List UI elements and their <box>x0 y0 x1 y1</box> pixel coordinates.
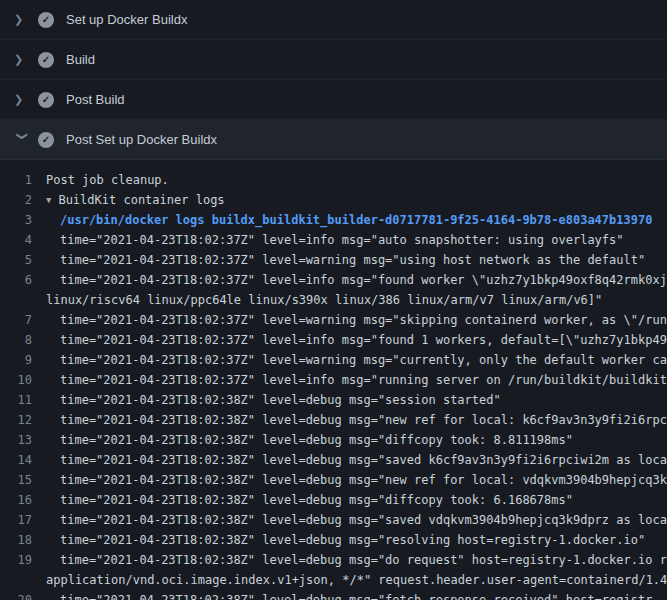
log-line: 18 time="2021-04-23T18:02:38Z" level=deb… <box>0 530 667 550</box>
chevron-icon: ❯ <box>14 94 32 105</box>
log-line-text: time="2021-04-23T18:02:37Z" level=warnin… <box>46 350 667 370</box>
check-circle-icon: ✓ <box>38 92 54 108</box>
log-line: 11 time="2021-04-23T18:02:38Z" level=deb… <box>0 390 667 410</box>
log-line-number[interactable]: 2 <box>0 190 46 210</box>
group-toggle-icon[interactable]: ▼ <box>46 190 51 210</box>
log-line-number[interactable] <box>0 290 46 310</box>
log-line-text: time="2021-04-23T18:02:38Z" level=debug … <box>46 450 667 470</box>
log-line-number[interactable]: 7 <box>0 310 46 330</box>
log-line-number[interactable]: 18 <box>0 530 46 550</box>
step-label: Set up Docker Buildx <box>66 12 187 27</box>
log-line: 6 time="2021-04-23T18:02:37Z" level=info… <box>0 270 667 290</box>
log-line: 7 time="2021-04-23T18:02:37Z" level=warn… <box>0 310 667 330</box>
log-line-text: time="2021-04-23T18:02:38Z" level=debug … <box>46 590 667 600</box>
log-line-number[interactable]: 4 <box>0 230 46 250</box>
log-line-number[interactable]: 16 <box>0 490 46 510</box>
log-line-text: time="2021-04-23T18:02:37Z" level=info m… <box>46 370 667 390</box>
log-line: 16 time="2021-04-23T18:02:38Z" level=deb… <box>0 490 667 510</box>
log-line: 12 time="2021-04-23T18:02:38Z" level=deb… <box>0 410 667 430</box>
log-line-text: time="2021-04-23T18:02:38Z" level=debug … <box>46 470 667 490</box>
step-header-0[interactable]: ❯ ✓ Set up Docker Buildx <box>0 0 667 40</box>
log-line-text: time="2021-04-23T18:02:37Z" level=info m… <box>46 270 667 290</box>
step-header-1[interactable]: ❯ ✓ Build <box>0 40 667 80</box>
log-line-number[interactable]: 9 <box>0 350 46 370</box>
log-line: application/vnd.oci.image.index.v1+json,… <box>0 570 667 590</box>
log-line: 3 /usr/bin/docker logs buildx_buildkit_b… <box>0 210 667 230</box>
log-area: 1 Post job cleanup. 2 ▼BuildKit containe… <box>0 160 667 600</box>
log-line-text: time="2021-04-23T18:02:38Z" level=debug … <box>46 410 667 430</box>
log-line: linux/riscv64 linux/ppc64le linux/s390x … <box>0 290 667 310</box>
log-line-number[interactable]: 8 <box>0 330 46 350</box>
step-label: Build <box>66 52 95 67</box>
log-line-text: time="2021-04-23T18:02:37Z" level=info m… <box>46 330 667 350</box>
log-line-number[interactable]: 5 <box>0 250 46 270</box>
log-line-text: ▼BuildKit container logs <box>46 190 667 210</box>
log-line: 1 Post job cleanup. <box>0 170 667 190</box>
step-list: ❯ ✓ Set up Docker Buildx ❯ ✓ Build ❯ ✓ P… <box>0 0 667 160</box>
log-line-text: time="2021-04-23T18:02:38Z" level=debug … <box>46 490 667 510</box>
log-line-number[interactable]: 13 <box>0 430 46 450</box>
log-line: 14 time="2021-04-23T18:02:38Z" level=deb… <box>0 450 667 470</box>
step-label: Post Set up Docker Buildx <box>66 132 217 147</box>
log-line-number[interactable]: 17 <box>0 510 46 530</box>
chevron-icon: ❯ <box>14 54 32 65</box>
log-line-text: /usr/bin/docker logs buildx_buildkit_bui… <box>46 210 667 230</box>
log-line-text: time="2021-04-23T18:02:38Z" level=debug … <box>46 430 667 450</box>
log-line: 4 time="2021-04-23T18:02:37Z" level=info… <box>0 230 667 250</box>
log-line: 19 time="2021-04-23T18:02:38Z" level=deb… <box>0 550 667 570</box>
log-line: 20 time="2021-04-23T18:02:38Z" level=deb… <box>0 590 667 600</box>
step-label: Post Build <box>66 92 125 107</box>
chevron-icon: ❯ <box>17 131 28 149</box>
log-line-number[interactable]: 1 <box>0 170 46 190</box>
log-line-text: time="2021-04-23T18:02:37Z" level=info m… <box>46 230 667 250</box>
log-line: 13 time="2021-04-23T18:02:38Z" level=deb… <box>0 430 667 450</box>
log-line-text: time="2021-04-23T18:02:38Z" level=debug … <box>46 510 667 530</box>
log-line-text: time="2021-04-23T18:02:38Z" level=debug … <box>46 530 667 550</box>
log-line-number[interactable] <box>0 570 46 590</box>
log-line-text: time="2021-04-23T18:02:37Z" level=warnin… <box>46 250 667 270</box>
log-line-number[interactable]: 10 <box>0 370 46 390</box>
log-line-text: time="2021-04-23T18:02:38Z" level=debug … <box>46 550 667 570</box>
log-line-text: Post job cleanup. <box>46 170 667 190</box>
log-line: 15 time="2021-04-23T18:02:38Z" level=deb… <box>0 470 667 490</box>
log-line: 10 time="2021-04-23T18:02:37Z" level=inf… <box>0 370 667 390</box>
log-line: 5 time="2021-04-23T18:02:37Z" level=warn… <box>0 250 667 270</box>
log-line-number[interactable]: 15 <box>0 470 46 490</box>
log-line-number[interactable]: 20 <box>0 590 46 600</box>
log-line-number[interactable]: 11 <box>0 390 46 410</box>
log-line: 17 time="2021-04-23T18:02:38Z" level=deb… <box>0 510 667 530</box>
log-line: 9 time="2021-04-23T18:02:37Z" level=warn… <box>0 350 667 370</box>
check-circle-icon: ✓ <box>38 132 54 148</box>
log-line: 2 ▼BuildKit container logs <box>0 190 667 210</box>
log-line: 8 time="2021-04-23T18:02:37Z" level=info… <box>0 330 667 350</box>
step-header-2[interactable]: ❯ ✓ Post Build <box>0 80 667 120</box>
log-line-text: linux/riscv64 linux/ppc64le linux/s390x … <box>46 290 667 310</box>
chevron-icon: ❯ <box>14 14 32 25</box>
log-line-number[interactable]: 12 <box>0 410 46 430</box>
log-line-number[interactable]: 14 <box>0 450 46 470</box>
log-line-number[interactable]: 6 <box>0 270 46 290</box>
log-line-number[interactable]: 19 <box>0 550 46 570</box>
step-header-3[interactable]: ❯ ✓ Post Set up Docker Buildx <box>0 120 667 160</box>
check-circle-icon: ✓ <box>38 12 54 28</box>
log-line-text: application/vnd.oci.image.index.v1+json,… <box>46 570 667 590</box>
log-line-text: time="2021-04-23T18:02:37Z" level=warnin… <box>46 310 667 330</box>
check-circle-icon: ✓ <box>38 52 54 68</box>
log-line-number[interactable]: 3 <box>0 210 46 230</box>
workflow-log-viewer: ❯ ✓ Set up Docker Buildx ❯ ✓ Build ❯ ✓ P… <box>0 0 667 600</box>
log-line-text: time="2021-04-23T18:02:38Z" level=debug … <box>46 390 667 410</box>
